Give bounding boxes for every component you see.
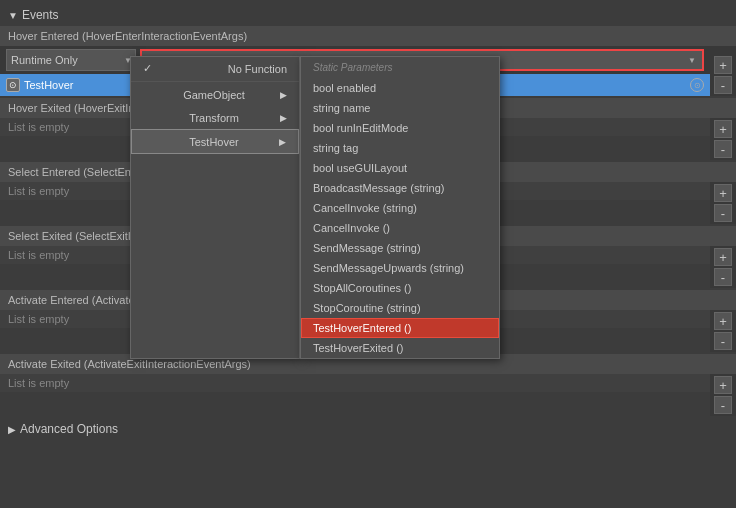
select-entered-add-button[interactable]: + bbox=[714, 184, 732, 202]
activate-exited-empty: List is empty bbox=[0, 374, 710, 392]
activate-exited-block: Activate Exited (ActivateExitInteraction… bbox=[0, 354, 736, 416]
events-header: ▼ Events bbox=[0, 4, 736, 26]
secondary-dropdown: Static Parameters bool enabled string na… bbox=[300, 56, 500, 359]
runtime-select[interactable]: Runtime Only Editor And Runtime Off bbox=[6, 49, 136, 71]
events-arrow-icon: ▼ bbox=[8, 10, 18, 21]
transform-arrow-icon: ▶ bbox=[280, 113, 287, 123]
gameobject-arrow-icon: ▶ bbox=[280, 90, 287, 100]
advanced-options-arrow-icon: ▶ bbox=[8, 424, 16, 435]
activate-exited-content: List is empty bbox=[0, 374, 710, 416]
dropdown-right-cancelinvoke[interactable]: CancelInvoke () bbox=[301, 218, 499, 238]
testhover-label: TestHover bbox=[189, 136, 239, 148]
function-dropdown-arrow: ▼ bbox=[688, 56, 696, 65]
dropdown-item-testhover[interactable]: ✓ TestHover ▶ bbox=[131, 129, 299, 154]
dropdown-right-string-tag[interactable]: string tag bbox=[301, 138, 499, 158]
dropdown-right-stopallcoroutines[interactable]: StopAllCoroutines () bbox=[301, 278, 499, 298]
advanced-options-section[interactable]: ▶ Advanced Options bbox=[0, 418, 736, 440]
select-exited-add-button[interactable]: + bbox=[714, 248, 732, 266]
activate-entered-remove-button[interactable]: - bbox=[714, 332, 732, 350]
dropdown-right-sendmessage[interactable]: SendMessage (string) bbox=[301, 238, 499, 258]
advanced-options-label: Advanced Options bbox=[20, 422, 118, 436]
activate-exited-add-button[interactable]: + bbox=[714, 376, 732, 394]
dropdown-item-no-function[interactable]: ✓ No Function bbox=[131, 57, 299, 80]
hover-entered-remove-button[interactable]: - bbox=[714, 76, 732, 94]
events-title: Events bbox=[22, 8, 59, 22]
function-dropdown-menu: ✓ No Function ✓ GameObject ▶ ✓ Transform… bbox=[130, 56, 500, 359]
dropdown-right-broadcastmessage[interactable]: BroadcastMessage (string) bbox=[301, 178, 499, 198]
hover-exited-remove-button[interactable]: - bbox=[714, 140, 732, 158]
dropdown-right-testhovexited[interactable]: TestHoverExited () bbox=[301, 338, 499, 358]
check-icon: ✓ bbox=[143, 62, 152, 75]
hover-entered-side-buttons: + - bbox=[710, 46, 736, 96]
dropdown-right-string-name[interactable]: string name bbox=[301, 98, 499, 118]
dropdown-right-stopcoroutine[interactable]: StopCoroutine (string) bbox=[301, 298, 499, 318]
dropdown-item-gameobject[interactable]: ✓ GameObject ▶ bbox=[131, 83, 299, 106]
dropdown-right-bool-useguilayout[interactable]: bool useGUILayout bbox=[301, 158, 499, 178]
activate-entered-side-buttons: + - bbox=[710, 310, 736, 352]
static-params-label: Static Parameters bbox=[301, 57, 499, 78]
select-entered-side-buttons: + - bbox=[710, 182, 736, 224]
gameobject-label: GameObject bbox=[183, 89, 245, 101]
dropdown-right-bool-enabled[interactable]: bool enabled bbox=[301, 78, 499, 98]
runtime-select-wrapper: Runtime Only Editor And Runtime Off bbox=[6, 49, 136, 71]
activate-entered-add-button[interactable]: + bbox=[714, 312, 732, 330]
hover-exited-side-buttons: + - bbox=[710, 118, 736, 160]
dropdown-divider-1 bbox=[131, 81, 299, 82]
events-panel: ▼ Events Hover Entered (HoverEnterIntera… bbox=[0, 0, 736, 444]
select-exited-remove-button[interactable]: - bbox=[714, 268, 732, 286]
hover-exited-add-button[interactable]: + bbox=[714, 120, 732, 138]
dropdown-right-cancelinvoke-string[interactable]: CancelInvoke (string) bbox=[301, 198, 499, 218]
select-exited-side-buttons: + - bbox=[710, 246, 736, 288]
dropdown-right-bool-runineditmode[interactable]: bool runInEditMode bbox=[301, 118, 499, 138]
activate-exited-row-container: List is empty + - bbox=[0, 374, 736, 416]
select-entered-remove-button[interactable]: - bbox=[714, 204, 732, 222]
transform-label: Transform bbox=[189, 112, 239, 124]
object-target-icon[interactable]: ⊙ bbox=[690, 78, 704, 92]
dropdown-right-sendmessageupwards[interactable]: SendMessageUpwards (string) bbox=[301, 258, 499, 278]
object-icon: ⊙ bbox=[6, 78, 20, 92]
dropdown-right-testhoverentered[interactable]: TestHoverEntered () bbox=[301, 318, 499, 338]
dropdown-item-transform[interactable]: ✓ Transform ▶ bbox=[131, 106, 299, 129]
no-function-label: No Function bbox=[228, 63, 287, 75]
activate-exited-side-buttons: + - bbox=[710, 374, 736, 416]
activate-exited-remove-button[interactable]: - bbox=[714, 396, 732, 414]
hover-entered-title: Hover Entered (HoverEnterInteractionEven… bbox=[0, 26, 736, 46]
primary-dropdown: ✓ No Function ✓ GameObject ▶ ✓ Transform… bbox=[130, 56, 300, 359]
testhover-arrow-icon: ▶ bbox=[279, 137, 286, 147]
hover-entered-add-button[interactable]: + bbox=[714, 56, 732, 74]
